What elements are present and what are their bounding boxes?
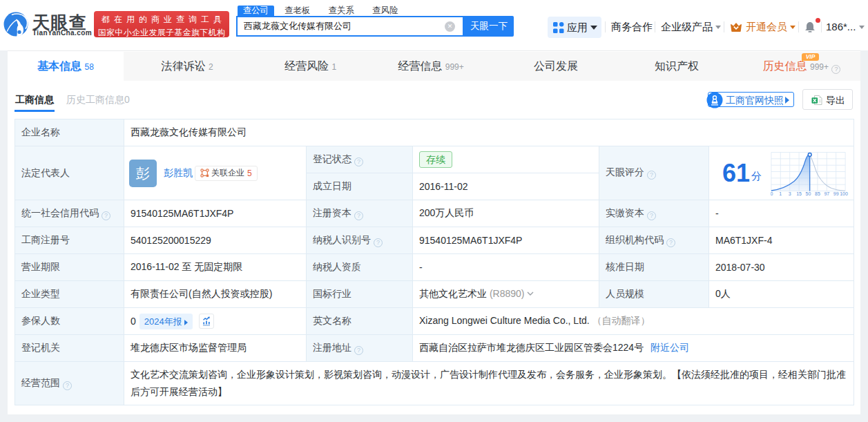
svg-text:15: 15 [796,191,802,196]
svg-text:100: 100 [840,191,848,196]
svg-text:97: 97 [824,191,829,196]
svg-text:0: 0 [771,191,773,196]
svg-text:3: 3 [789,191,791,196]
svg-text:50: 50 [806,191,811,196]
svg-text:85: 85 [815,191,820,196]
svg-text:99: 99 [833,191,839,196]
svg-text:1: 1 [779,191,782,196]
